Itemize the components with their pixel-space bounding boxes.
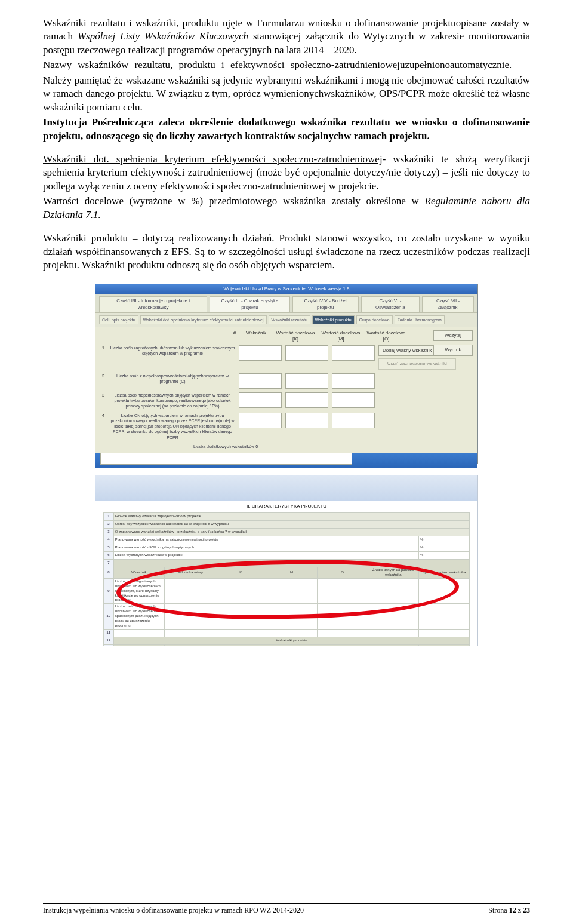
excel-screenshot: II. CHARAKTERYSTYKA PROJEKTU 1Główne war… [95, 475, 478, 646]
row2-label: Liczba osób z niepełnosprawnościami obję… [110, 373, 235, 384]
row2-o[interactable] [332, 373, 375, 389]
tab-attach[interactable]: Część VII - Załączniki [422, 296, 474, 312]
subtab-produkt[interactable]: Wskaźniki produktu [312, 315, 355, 324]
col-o: Wartość docelowa [O] [365, 330, 407, 343]
paragraph-7: Wskaźniki produktu – dotyczą realizowany… [43, 232, 530, 272]
tab-decl[interactable]: Część VI - Oświadczenia [361, 296, 420, 312]
xr4: Planowana wartość wskaźnika na zakończen… [113, 536, 418, 544]
p7-ul: Wskaźniki produktu [43, 232, 128, 244]
paragraph-3: Należy pamiętać że wskazane wskaźniki są… [43, 74, 530, 114]
paragraph-2: Nazwy wskaźników rezultatu, produktu i e… [43, 59, 530, 72]
paragraph-1: Wskaźniki rezultatu i wskaźniki, produkt… [43, 17, 530, 57]
app-screenshot: Wojewódzki Urząd Pracy w Szczecinie. Wni… [95, 284, 478, 464]
th2-wsk: Wskaźnik [113, 644, 164, 646]
row2-idx: 2 [100, 373, 106, 380]
xr3: O zaplanowane wartości wskaźników - prze… [113, 528, 469, 536]
app-tabs: Część I/II - Informacje o projekcie i wn… [96, 294, 478, 312]
subtab-efekt[interactable]: Wskaźniki dot. spełnienia kryterium efek… [140, 315, 267, 324]
row3-idx: 3 [100, 392, 106, 399]
row4-idx: 4 [100, 413, 106, 419]
row2-k[interactable] [239, 373, 282, 389]
subtab-zadania[interactable]: Zadania i harmonogram [395, 315, 445, 324]
th2-meth: Sposób pomiaru wskaźnika [418, 644, 469, 646]
tab-budget[interactable]: Część IV/V - Budżet projektu [292, 296, 359, 312]
row1-idx: 1 [100, 345, 106, 352]
col-hash: # [232, 330, 238, 343]
row1-o[interactable] [332, 345, 375, 361]
btn-del[interactable]: Usuń zaznaczone wskaźniki [378, 358, 456, 370]
subtab-grupa[interactable]: Grupa docelowa [356, 315, 393, 324]
row3-label: Liczba osób niepełnosprawnych objętych w… [110, 392, 235, 409]
page-footer: Instrukcja wypełniania wniosku o dofinan… [43, 903, 530, 916]
row4-m[interactable] [285, 413, 328, 428]
btn-wydruk[interactable]: Wydruk [433, 345, 473, 356]
row4-k[interactable] [239, 413, 282, 428]
row4-label: Liczba ON objętych wsparciem w ramach pr… [110, 413, 235, 440]
row3-o[interactable] [332, 392, 375, 408]
th2-wd: Wartość docelowa [215, 644, 368, 646]
row1-k[interactable] [239, 345, 282, 361]
row2-m[interactable] [285, 373, 328, 389]
paragraph-4: Instytucja Pośrednicząca zaleca określen… [43, 116, 530, 143]
excel-ribbon [96, 475, 478, 501]
xr1: Główne warstwy działania zaprojektowano … [113, 512, 469, 520]
section2: Wskaźniki produktu [113, 637, 469, 644]
p2-a: Nazwy wskaźników rezultatu, produktu i e… [43, 59, 334, 70]
app-body: Wczytaj Wydruk # Wskaźnik Wartość docelo… [96, 327, 478, 453]
app-subtabs: Cel i opis projektu Wskaźniki dot. spełn… [96, 313, 478, 327]
extra-input[interactable] [100, 453, 352, 465]
p2-b: zatrudnieniowejuzupełnionoautomatycznie. [334, 59, 512, 70]
th2-jm: Jednostka miary [164, 644, 215, 646]
paragraph-5: Wskaźniki dot. spełnienia kryterium efek… [43, 153, 530, 193]
footer-left: Instrukcja wypełniania wniosku o dofinan… [43, 906, 304, 916]
rownum: 1 [103, 512, 113, 520]
tab-info[interactable]: Część I/II - Informacje o projekcie i wn… [99, 296, 207, 312]
xr6: Liczba wybranych wskaźników w projekcie [113, 551, 418, 559]
row1-m[interactable] [285, 345, 328, 361]
col-k: Wartość docelowa [K] [275, 330, 316, 343]
p6-a: Wartości docelowe (wyrażone w %) przedmi… [43, 195, 425, 207]
paragraph-6: Wartości docelowe (wyrażone w %) przedmi… [43, 195, 530, 222]
p4-ul: liczby zawartych kontraktów socjalnychw … [170, 130, 430, 142]
subtab-cel[interactable]: Cel i opis projektu [99, 315, 138, 324]
xr2: Określ aby wszystkie wskaźniki adekwatne… [113, 520, 469, 528]
footer-right: Strona 12 z 23 [488, 906, 530, 916]
p5-ul: Wskaźniki dot. spełnienia kryterium efek… [43, 154, 383, 165]
th2-src: Źródło danych do pomiaru wskaźnika [368, 644, 418, 646]
row1-label: Liczba osób zagrożonych ubóstwem lub wyk… [110, 345, 235, 356]
p1-b: Wspólnej Listy Wskaźników Kluczowych [78, 30, 248, 42]
row3-m[interactable] [285, 392, 328, 408]
excel-title: II. CHARAKTERYSTYKA PROJEKTU [96, 501, 478, 512]
app-titlebar: Wojewódzki Urząd Pracy w Szczecinie. Wni… [96, 284, 478, 294]
xr5: Planowana wartość - 90% z ogólnych wytyc… [113, 544, 418, 551]
col-wsk: Wskaźnik [241, 330, 271, 343]
col-m: Wartość docelowa [M] [320, 330, 362, 343]
row3-k[interactable] [239, 392, 282, 408]
extra-label: Liczba dodatkowych wskaźników 0 [100, 444, 351, 449]
row4-o[interactable] [332, 413, 375, 428]
tab-char[interactable]: Część III - Charakterystyka projektu [210, 296, 289, 312]
subtab-rezult[interactable]: Wskaźniki rezultatu [269, 315, 310, 324]
btn-wczytaj[interactable]: Wczytaj [433, 330, 473, 342]
